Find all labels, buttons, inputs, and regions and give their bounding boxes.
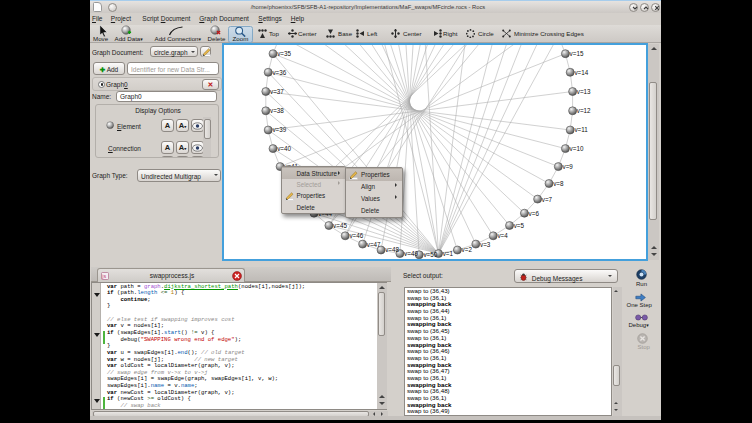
svg-text:v=47: v=47 bbox=[367, 241, 381, 248]
svg-text:v=49: v=49 bbox=[404, 250, 418, 257]
svg-text:v=14: v=14 bbox=[574, 69, 588, 76]
svg-text:v=36: v=36 bbox=[272, 69, 286, 76]
svg-text:v=6: v=6 bbox=[529, 210, 540, 217]
svg-text:v=13: v=13 bbox=[577, 88, 591, 95]
svg-text:v=15: v=15 bbox=[570, 50, 584, 57]
svg-text:v=1: v=1 bbox=[443, 250, 454, 257]
svg-text:v=12: v=12 bbox=[577, 107, 591, 114]
svg-text:v=50: v=50 bbox=[423, 251, 437, 258]
svg-text:v=37: v=37 bbox=[270, 88, 284, 95]
svg-text:v=45: v=45 bbox=[333, 222, 347, 229]
svg-text:v=39: v=39 bbox=[272, 126, 286, 133]
svg-text:v=4: v=4 bbox=[497, 232, 508, 239]
svg-text:v=11: v=11 bbox=[574, 126, 588, 133]
svg-text:v=7: v=7 bbox=[542, 196, 553, 203]
svg-text:v=2: v=2 bbox=[462, 246, 473, 253]
svg-text:v=8: v=8 bbox=[553, 180, 564, 187]
svg-text:v=46: v=46 bbox=[349, 232, 363, 239]
svg-text:v=40: v=40 bbox=[277, 145, 291, 152]
svg-text:v=35: v=35 bbox=[277, 50, 291, 57]
svg-text:v=5: v=5 bbox=[514, 222, 525, 229]
svg-text:v=9: v=9 bbox=[563, 163, 574, 170]
svg-text:v=38: v=38 bbox=[270, 107, 284, 114]
svg-text:v=48: v=48 bbox=[385, 246, 399, 253]
svg-text:v=10: v=10 bbox=[570, 145, 584, 152]
svg-text:v=3: v=3 bbox=[480, 241, 491, 248]
